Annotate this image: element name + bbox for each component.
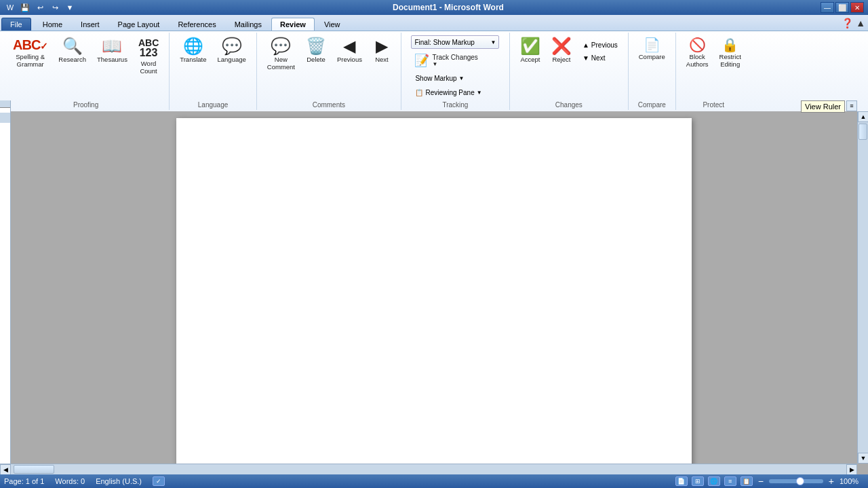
- delete-comment-button[interactable]: 🗑️ Delete: [301, 35, 331, 66]
- previous-change-button[interactable]: ▲ Previous: [578, 39, 623, 51]
- scroll-up-button[interactable]: ▲: [858, 111, 868, 122]
- delete-label: Delete: [307, 56, 325, 63]
- restrict-editing-button[interactable]: 🔒 RestrictEditing: [715, 35, 746, 71]
- accept-label: Accept: [520, 56, 540, 63]
- h-scroll-left[interactable]: ◀: [0, 464, 11, 475]
- research-button[interactable]: 🔍 Research: [54, 35, 91, 66]
- language-group-label: Language: [198, 98, 229, 109]
- undo-button[interactable]: ↩: [34, 2, 46, 13]
- thesaurus-icon: 📖: [102, 38, 122, 54]
- spelling-grammar-button[interactable]: ABC✓ Spelling &Grammar: [8, 35, 52, 71]
- status-right: 📄 ⊞ 🌐 ≡ 📋 − + 100%: [675, 476, 864, 487]
- reject-icon: ❌: [551, 38, 572, 54]
- reject-button[interactable]: ❌ Reject: [547, 35, 576, 66]
- word-count-status[interactable]: Words: 0: [55, 477, 85, 485]
- zoom-level[interactable]: 100%: [840, 477, 864, 485]
- previous-comment-button[interactable]: ◀ Previous: [332, 35, 367, 66]
- next-comment-button[interactable]: ▶ Next: [368, 35, 395, 66]
- word-count-label: WordCount: [140, 60, 157, 75]
- ribbon-tabs: File Home Insert Page Layout References …: [0, 15, 868, 31]
- ribbon-minimize-icon[interactable]: ▲: [856, 18, 865, 29]
- group-proofing: ABC✓ Spelling &Grammar 🔍 Research 📖 Thes…: [3, 33, 170, 110]
- reject-label: Reject: [552, 56, 570, 63]
- view-draft-icon[interactable]: 📋: [741, 476, 753, 486]
- new-comment-icon: 💬: [271, 38, 291, 54]
- zoom-slider[interactable]: [769, 479, 823, 483]
- document-page[interactable]: [176, 118, 692, 464]
- block-authors-label: BlockAuthors: [686, 53, 709, 69]
- group-comments: 💬 NewComment 🗑️ Delete ◀ Previous ▶ Next…: [257, 33, 401, 110]
- accept-button[interactable]: ✅ Accept: [515, 35, 545, 66]
- horizontal-scrollbar[interactable]: ◀ ▶: [0, 464, 857, 474]
- research-label: Research: [58, 56, 86, 63]
- proofing-buttons: ABC✓ Spelling &Grammar 🔍 Research 📖 Thes…: [8, 34, 163, 98]
- view-normal-icon[interactable]: 📄: [675, 476, 688, 486]
- group-changes: ✅ Accept ❌ Reject ▲ Previous ▼ Next Chan…: [510, 33, 629, 110]
- show-markup-dropdown[interactable]: Final: Show Markup ▼: [411, 35, 499, 49]
- zoom-out-button[interactable]: −: [757, 476, 765, 487]
- group-language: 🌐 Translate 💬 Language Language: [170, 33, 257, 110]
- tab-page-layout[interactable]: Page Layout: [109, 18, 169, 31]
- h-scroll-right[interactable]: ▶: [846, 464, 857, 475]
- translate-button[interactable]: 🌐 Translate: [175, 35, 211, 66]
- spell-check-icon[interactable]: ✓: [153, 476, 165, 486]
- next-arrow-icon: ▼: [583, 54, 589, 62]
- document-area[interactable]: [11, 111, 857, 464]
- minimize-button[interactable]: —: [821, 2, 834, 13]
- page-info[interactable]: Page: 1 of 1: [4, 477, 44, 485]
- language-button[interactable]: 💬 Language: [213, 35, 251, 66]
- zoom-in-button[interactable]: +: [827, 476, 835, 487]
- view-outline-icon[interactable]: ≡: [724, 476, 736, 486]
- customize-quick-access[interactable]: ▼: [64, 2, 76, 13]
- spelling-label: Spelling &Grammar: [16, 53, 45, 69]
- group-protect: 🚫 BlockAuthors 🔒 RestrictEditing Protect: [676, 33, 751, 110]
- h-scroll-thumb[interactable]: [14, 465, 54, 474]
- spelling-icon: ABC✓: [13, 38, 47, 52]
- thesaurus-button[interactable]: 📖 Thesaurus: [92, 35, 132, 66]
- title-bar: W 💾 ↩ ↪ ▼ Document1 - Microsoft Word — ⬜…: [0, 0, 868, 15]
- tab-view[interactable]: View: [315, 18, 349, 31]
- reviewing-pane-button[interactable]: 📋 Reviewing Pane ▼: [411, 86, 499, 98]
- show-markup-arrow: ▼: [459, 75, 465, 81]
- help-icon[interactable]: ❓: [842, 18, 853, 29]
- status-left: Page: 1 of 1 Words: 0 English (U.S.) ✓: [4, 476, 165, 486]
- tab-home[interactable]: Home: [34, 18, 71, 31]
- save-button[interactable]: 💾: [19, 2, 31, 13]
- dropdown-arrow-icon: ▼: [491, 39, 496, 45]
- tab-references[interactable]: References: [169, 18, 224, 31]
- compare-buttons: 📄 Compare: [634, 34, 670, 98]
- view-fullscreen-icon[interactable]: ⊞: [692, 476, 704, 486]
- tab-mailings[interactable]: Mailings: [226, 18, 271, 31]
- scroll-down-button[interactable]: ▼: [858, 453, 868, 464]
- tab-file[interactable]: File: [1, 18, 31, 31]
- show-markup-button[interactable]: Show Markup ▼: [411, 72, 499, 84]
- translate-label: Translate: [180, 56, 206, 63]
- compare-label: Compare: [639, 53, 665, 60]
- thesaurus-label: Thesaurus: [97, 56, 127, 63]
- show-markup-label: Show Markup: [415, 75, 456, 82]
- previous-change-label: Previous: [591, 41, 618, 49]
- compare-button[interactable]: 📄 Compare: [634, 35, 670, 63]
- scroll-track: [858, 122, 868, 453]
- language-status[interactable]: English (U.S.): [96, 477, 142, 485]
- view-web-icon[interactable]: 🌐: [708, 476, 720, 486]
- status-bar: Page: 1 of 1 Words: 0 English (U.S.) ✓ 📄…: [0, 474, 868, 488]
- next-label: Next: [375, 56, 389, 63]
- close-button[interactable]: ✕: [850, 2, 864, 13]
- block-authors-button[interactable]: 🚫 BlockAuthors: [682, 35, 713, 71]
- word-count-button[interactable]: ABC123 WordCount: [134, 35, 163, 78]
- tab-review[interactable]: Review: [271, 18, 315, 31]
- redo-button[interactable]: ↪: [49, 2, 61, 13]
- word-icon: W: [4, 2, 16, 13]
- track-changes-button[interactable]: 📝 Track Changes ▼: [411, 51, 481, 70]
- tab-insert[interactable]: Insert: [72, 18, 108, 31]
- quick-access-toolbar: W 💾 ↩ ↪ ▼: [4, 2, 76, 13]
- maximize-button[interactable]: ⬜: [835, 2, 849, 13]
- view-ruler-button[interactable]: ≡: [846, 100, 857, 111]
- previous-label: Previous: [337, 56, 362, 63]
- scroll-thumb[interactable]: [859, 124, 867, 140]
- reviewing-pane-arrow: ▼: [477, 90, 482, 96]
- new-comment-button[interactable]: 💬 NewComment: [262, 35, 300, 74]
- next-change-button[interactable]: ▼ Next: [578, 52, 623, 64]
- vertical-scrollbar[interactable]: ▲ ▼: [857, 111, 868, 464]
